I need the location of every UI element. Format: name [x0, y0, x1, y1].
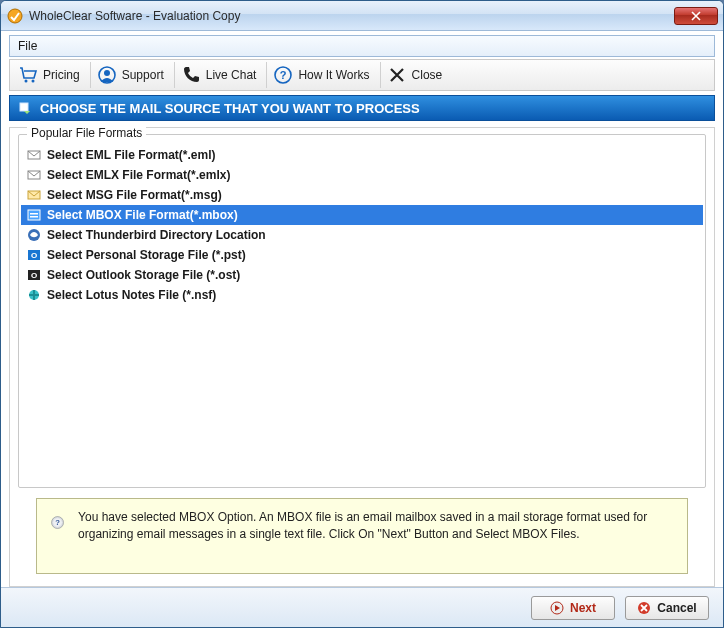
format-label: Select EML File Format(*.eml) — [47, 148, 216, 162]
svg-text:?: ? — [280, 69, 287, 81]
toolbar-label: Pricing — [43, 68, 80, 82]
svg-rect-12 — [30, 213, 38, 215]
svg-point-2 — [32, 80, 35, 83]
format-list: Select EML File Format(*.eml) Select EML… — [21, 145, 703, 485]
question-icon: ? — [273, 65, 293, 85]
window-title: WholeClear Software - Evaluation Copy — [29, 9, 240, 23]
svg-rect-11 — [28, 210, 40, 220]
svg-rect-21 — [29, 294, 39, 296]
toolbar-support-button[interactable]: Support — [93, 62, 175, 88]
mbox-icon — [27, 208, 41, 222]
format-item-ost[interactable]: O Select Outlook Storage File (*.ost) — [21, 265, 703, 285]
format-label: Select MSG File Format(*.msg) — [47, 188, 222, 202]
svg-point-0 — [8, 9, 22, 23]
format-item-mbox[interactable]: Select MBOX File Format(*.mbox) — [21, 205, 703, 225]
format-item-eml[interactable]: Select EML File Format(*.eml) — [21, 145, 703, 165]
content-area: Popular File Formats Select EML File For… — [9, 127, 715, 587]
format-item-thunderbird[interactable]: Select Thunderbird Directory Location — [21, 225, 703, 245]
section-header: CHOOSE THE MAIL SOURCE THAT YOU WANT TO … — [9, 95, 715, 121]
next-button[interactable]: Next — [531, 596, 615, 620]
format-label: Select Outlook Storage File (*.ost) — [47, 268, 240, 282]
hint-question-icon: ? — [51, 515, 64, 539]
outlook-pst-icon: O — [27, 248, 41, 262]
support-icon — [97, 65, 117, 85]
format-label: Select EMLX File Format(*.emlx) — [47, 168, 230, 182]
app-icon — [7, 8, 23, 24]
format-item-nsf[interactable]: Select Lotus Notes File (*.nsf) — [21, 285, 703, 305]
toolbar-howitworks-button[interactable]: ? How It Works — [269, 62, 380, 88]
svg-point-1 — [25, 80, 28, 83]
cart-icon — [18, 65, 38, 85]
svg-text:O: O — [31, 251, 37, 260]
toolbar: Pricing Support Live Chat ? How It Works… — [9, 59, 715, 91]
toolbar-pricing-button[interactable]: Pricing — [14, 62, 91, 88]
emlx-icon — [27, 168, 41, 182]
menu-bar: File — [9, 35, 715, 57]
format-label: Select MBOX File Format(*.mbox) — [47, 208, 238, 222]
close-icon — [387, 65, 407, 85]
cancel-x-icon — [637, 601, 651, 615]
eml-icon — [27, 148, 41, 162]
thunderbird-icon — [27, 228, 41, 242]
popular-formats-group: Popular File Formats Select EML File For… — [18, 134, 706, 488]
hint-box: ? You have selected MBOX Option. An MBOX… — [36, 498, 688, 574]
footer-bar: Next Cancel — [1, 587, 723, 627]
application-window: WholeClear Software - Evaluation Copy Fi… — [0, 0, 724, 628]
toolbar-livechat-button[interactable]: Live Chat — [177, 62, 268, 88]
svg-text:O: O — [31, 271, 37, 280]
mail-source-icon — [18, 101, 32, 115]
group-label: Popular File Formats — [27, 126, 146, 140]
next-arrow-icon — [550, 601, 564, 615]
msg-icon — [27, 188, 41, 202]
hint-text: You have selected MBOX Option. An MBOX f… — [78, 509, 663, 544]
format-item-emlx[interactable]: Select EMLX File Format(*.emlx) — [21, 165, 703, 185]
lotus-nsf-icon — [27, 288, 41, 302]
svg-rect-7 — [20, 103, 28, 111]
format-label: Select Lotus Notes File (*.nsf) — [47, 288, 216, 302]
format-item-msg[interactable]: Select MSG File Format(*.msg) — [21, 185, 703, 205]
cancel-button-label: Cancel — [657, 601, 696, 615]
phone-icon — [181, 65, 201, 85]
format-label: Select Thunderbird Directory Location — [47, 228, 266, 242]
format-item-pst[interactable]: O Select Personal Storage File (*.pst) — [21, 245, 703, 265]
svg-point-4 — [104, 70, 110, 76]
svg-rect-13 — [30, 216, 38, 218]
toolbar-label: Close — [412, 68, 443, 82]
svg-text:?: ? — [55, 518, 60, 527]
toolbar-label: Support — [122, 68, 164, 82]
toolbar-label: Live Chat — [206, 68, 257, 82]
cancel-button[interactable]: Cancel — [625, 596, 709, 620]
format-label: Select Personal Storage File (*.pst) — [47, 248, 246, 262]
title-bar[interactable]: WholeClear Software - Evaluation Copy — [1, 1, 723, 31]
toolbar-close-button[interactable]: Close — [383, 62, 453, 88]
toolbar-label: How It Works — [298, 68, 369, 82]
outlook-ost-icon: O — [27, 268, 41, 282]
next-button-label: Next — [570, 601, 596, 615]
window-close-button[interactable] — [674, 7, 718, 25]
section-title: CHOOSE THE MAIL SOURCE THAT YOU WANT TO … — [40, 101, 420, 116]
menu-file[interactable]: File — [18, 39, 37, 53]
